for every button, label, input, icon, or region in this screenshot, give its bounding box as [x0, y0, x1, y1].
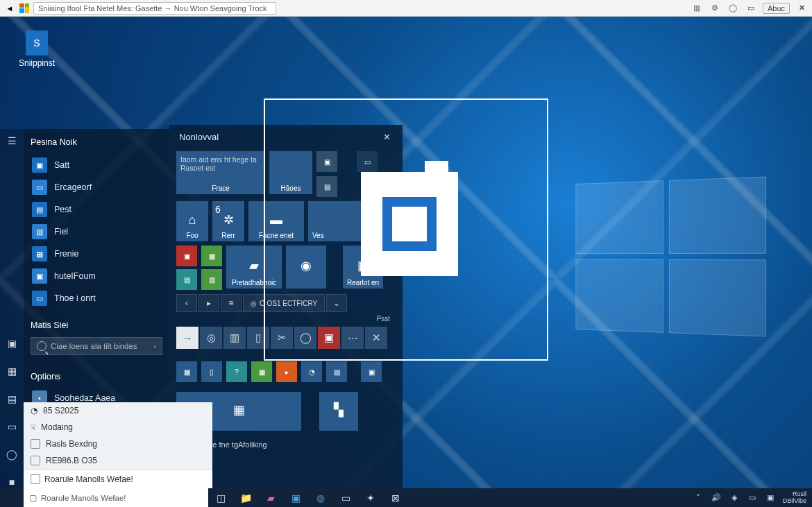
tile-haoes[interactable]: Hâoes: [269, 151, 312, 194]
ctrl-right-label: Psst: [176, 315, 390, 323]
lower-tile-5[interactable]: ▸: [276, 361, 297, 382]
rail-hamburger-icon[interactable]: ☰: [6, 135, 18, 147]
tray-battery-icon[interactable]: ▭: [747, 492, 758, 504]
tile-small-2[interactable]: ▤: [316, 176, 337, 197]
settings-gear-icon[interactable]: ⚙: [709, 2, 721, 15]
lower-tile-3[interactable]: ?: [226, 361, 247, 382]
taskbar-close-app-icon[interactable]: ⊠: [383, 488, 408, 507]
tile-foo[interactable]: ⌂Foo: [176, 201, 208, 241]
top-right-button[interactable]: Abuc: [763, 3, 790, 14]
ctrl-chevron-down-icon[interactable]: ⌄: [326, 294, 347, 312]
tile-label: Frace: [176, 184, 265, 192]
address-bar[interactable]: Sniising Ifool Fta Netel Mes: Gasette → …: [33, 2, 276, 15]
taskbar-explorer-icon[interactable]: 📁: [233, 488, 258, 507]
lower-tile-4[interactable]: ▦: [251, 361, 272, 382]
ctrl-label-button[interactable]: ◎O OS1 ECTFICRY: [243, 294, 325, 312]
control-bar: ‹ ▸ ≡ ◎O OS1 ECTFICRY ⌄: [176, 294, 396, 312]
rail-windows-icon[interactable]: ■: [6, 476, 18, 488]
window-icon[interactable]: ▭: [745, 2, 757, 15]
tray-volume-icon[interactable]: 🔊: [711, 492, 722, 504]
rail-pin-icon[interactable]: ▣: [6, 337, 18, 350]
extension-icon[interactable]: ▥: [691, 2, 703, 15]
windows-four-color-icon[interactable]: [19, 3, 29, 13]
tile-ves[interactable]: Ves: [308, 201, 364, 241]
popup-row-3[interactable]: RE986.B O35: [24, 452, 212, 469]
start-item-label: Fiel: [54, 227, 68, 237]
tile-rerr[interactable]: ✲6Rerr: [212, 201, 244, 241]
star-icon: ✲: [223, 212, 234, 227]
popup-footer[interactable]: Roarule Manolls Wefae!: [24, 469, 212, 488]
tiles-close-icon[interactable]: ✕: [380, 130, 393, 143]
rail-grid-icon[interactable]: ▤: [6, 393, 18, 405]
start-item-label: Pest: [54, 205, 71, 214]
taskbar-mail-icon[interactable]: ▣: [283, 488, 308, 507]
rail-power-icon[interactable]: ◯: [6, 448, 18, 461]
lower-tile-1[interactable]: ▦: [176, 361, 197, 382]
tray-lang-icon[interactable]: ▣: [765, 492, 776, 504]
back-icon[interactable]: ◄: [4, 3, 15, 14]
toolbar-circle-icon[interactable]: ◯: [294, 327, 316, 349]
list-item-icon: ▤: [32, 202, 47, 217]
desktop-shortcut-snipping[interactable]: S Sniippinst: [12, 31, 61, 68]
rail-apps-icon[interactable]: ▦: [6, 365, 18, 377]
lower-tile-2[interactable]: ▯: [201, 361, 222, 382]
taskbar-taskview-icon[interactable]: ◫: [208, 488, 233, 507]
square-icon: [31, 439, 40, 449]
taskbar-search-input[interactable]: ▢ Roarule Manolls Wefae!: [24, 488, 208, 507]
lower-tile-6[interactable]: ◔: [301, 361, 322, 382]
start-item-3[interactable]: ▥Fiel: [31, 221, 162, 243]
lower-wide-tile-2[interactable]: ▚: [319, 392, 358, 431]
tile-small-red[interactable]: ▣: [176, 246, 197, 266]
tile-small-3[interactable]: ▭: [357, 151, 378, 172]
magnifier-icon: [37, 341, 46, 351]
start-item-4[interactable]: ▦Frenie: [31, 243, 162, 265]
taskbar-tools-icon[interactable]: ✦: [358, 488, 383, 507]
tile-pretad[interactable]: ▰Pretadhabhoic: [226, 246, 282, 289]
lower-tile-8[interactable]: ▣: [361, 361, 382, 382]
toolbar-wrench-icon[interactable]: ✕: [365, 327, 387, 349]
toolbar-arrow-icon[interactable]: →: [176, 327, 198, 349]
rail-document-icon[interactable]: ▭: [6, 420, 18, 433]
profile-icon[interactable]: ◯: [727, 2, 739, 15]
toolbar-book-icon[interactable]: ▯: [247, 327, 269, 349]
tile-mid-icon[interactable]: ◉: [286, 246, 326, 289]
toolbar-target-icon[interactable]: ◎: [200, 327, 222, 349]
taskbar-clock[interactable]: Rosil DBilVibe: [783, 491, 806, 505]
tile-small-green[interactable]: ▦: [201, 246, 222, 266]
ctrl-play-icon[interactable]: ▸: [198, 294, 219, 312]
snip-square-icon: [382, 197, 437, 251]
popup-row-1[interactable]: ☟Modaing: [24, 419, 212, 436]
chevron-right-icon: ›: [153, 342, 156, 350]
ctrl-back-icon[interactable]: ‹: [176, 294, 197, 312]
tile-facne[interactable]: ▬Facne enet: [248, 201, 304, 241]
tile-small-1[interactable]: ▣: [316, 151, 337, 172]
popup-row-2[interactable]: Rasls Bexdng: [24, 436, 212, 452]
start-item-label: Ercageorf: [54, 182, 92, 192]
start-item-2[interactable]: ▤Pest: [31, 198, 162, 221]
popup-row-0[interactable]: ◔85 S2025: [24, 402, 212, 419]
close-icon[interactable]: ✕: [795, 2, 808, 15]
tile-small-teal[interactable]: ▤: [176, 269, 197, 290]
start-search-input[interactable]: Ciae loens ala tilt bindes ›: [31, 337, 162, 355]
tile-text-block[interactable]: faom aid ens ht hege ta Rasoet est Frace: [176, 151, 265, 194]
taskbar-copy-icon[interactable]: ▭: [333, 488, 358, 507]
toolbar-record-icon[interactable]: ▣: [318, 327, 340, 349]
taskbar-edge-icon[interactable]: ◍: [308, 488, 333, 507]
toolbar-more-icon[interactable]: ⋯: [341, 327, 364, 349]
start-item-1[interactable]: ▭Ercageorf: [31, 176, 162, 198]
start-item-0[interactable]: ▣Satt: [31, 154, 162, 176]
start-item-5[interactable]: ▣huteIFoum: [31, 265, 162, 287]
lower-tile-7[interactable]: ▤: [326, 361, 347, 382]
ctrl-eq-icon[interactable]: ≡: [221, 294, 242, 312]
list-item-icon: ▣: [32, 157, 47, 173]
list-item-icon: ▭: [32, 291, 47, 306]
tray-up-icon[interactable]: ˄: [693, 492, 704, 504]
toolbar-scissors-icon[interactable]: ✂: [271, 327, 293, 349]
taskbar-store-icon[interactable]: ▰: [258, 488, 283, 507]
start-item-6[interactable]: ▭Thoe i onrt: [31, 287, 162, 309]
tile-small-green2[interactable]: ▥: [201, 269, 222, 290]
start-menu-rail: ☰ ▣ ▦ ▤ ▭ ◯ ■: [0, 129, 24, 488]
options-header: Options: [31, 372, 162, 381]
tray-network-icon[interactable]: ◈: [729, 492, 740, 504]
toolbar-bars-icon[interactable]: ▥: [223, 327, 246, 349]
